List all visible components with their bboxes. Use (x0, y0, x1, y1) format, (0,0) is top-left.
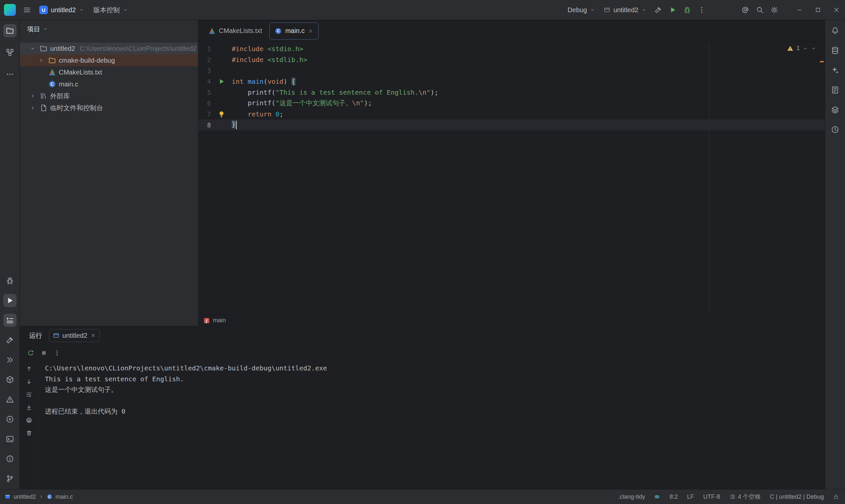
prev-occurrence-button[interactable] (23, 363, 35, 374)
minimize-button[interactable] (791, 0, 808, 20)
c-file-icon: C (47, 494, 52, 500)
tree-item-3[interactable]: Cmain.c (20, 78, 198, 90)
encoding-widget[interactable]: UTF-8 (703, 493, 720, 500)
tool-window-button-version-control[interactable] (3, 472, 17, 485)
cmake-icon (48, 68, 56, 76)
tree-item-1[interactable]: cmake-build-debug (20, 54, 198, 66)
rerun-icon (27, 349, 34, 357)
analysis-status-widget[interactable] (654, 494, 660, 500)
chevron-right-icon[interactable] (29, 104, 37, 112)
statusbar-project[interactable]: untitled2 (14, 493, 36, 500)
scrollbar-warning-mark[interactable] (820, 61, 824, 62)
function-icon: f (203, 317, 210, 324)
tree-item-4[interactable]: 外部库 (20, 90, 198, 102)
rerun-button[interactable] (25, 347, 37, 359)
run-button[interactable] (666, 3, 679, 17)
vcs-widget[interactable]: 版本控制 (90, 3, 132, 17)
tree-item-2[interactable]: CMakeLists.txt (20, 66, 198, 78)
tool-window-button-debug[interactable] (3, 274, 17, 287)
run-more-options-button[interactable] (51, 347, 63, 359)
tool-window-button-build[interactable] (3, 334, 17, 347)
editor-tab-main.c[interactable]: Cmain.c (269, 22, 318, 40)
run-tab-label: untitled2 (63, 332, 87, 339)
tree-item-0[interactable]: untitled2C:\Users\lenovo\CLionProjects\u… (20, 42, 198, 54)
clear-console-button[interactable] (23, 428, 35, 439)
close-tab-icon[interactable] (308, 29, 313, 34)
tool-window-button-run[interactable] (3, 294, 17, 307)
tool-window-button-problems[interactable] (3, 393, 17, 406)
tool-window-button-event-log[interactable] (3, 452, 17, 465)
caret-position-widget[interactable]: 8:2 (669, 493, 677, 500)
code-editor[interactable]: 1#include <stdio.h>2#include <stdlib.h>3… (198, 42, 825, 315)
console-output[interactable]: C:\Users\lenovo\CLionProjects\untitled2\… (38, 361, 825, 489)
project-widget[interactable]: U untitled2 (36, 3, 88, 17)
print-button[interactable] (23, 415, 35, 426)
code-line-5[interactable]: 5 printf("This is a test sentence of Eng… (198, 87, 825, 97)
more-actions-button[interactable] (695, 3, 708, 17)
project-badge: U (39, 6, 48, 14)
maximize-icon (815, 6, 821, 13)
run-tab[interactable]: untitled2 (49, 329, 100, 342)
write-access-widget[interactable] (833, 494, 839, 500)
code-line-4[interactable]: 4int main(void) { (198, 76, 825, 87)
settings-button[interactable] (768, 3, 781, 17)
chevron-placeholder (37, 68, 46, 76)
editor-tab-CMakeLists.txt[interactable]: CMakeLists.txt (203, 22, 267, 40)
tool-window-button-structure[interactable] (3, 46, 17, 59)
maximize-button[interactable] (809, 0, 827, 20)
run-config-selector[interactable]: untitled2 (600, 4, 650, 16)
close-tab-icon[interactable] (90, 333, 96, 338)
gutter[interactable] (211, 110, 232, 118)
soft-wrap-button[interactable] (23, 389, 35, 400)
tool-window-button-ai-assistant[interactable] (828, 64, 842, 77)
breadcrumb-item[interactable]: main (213, 317, 226, 324)
main-menu-button[interactable] (20, 3, 34, 17)
code-line-8[interactable]: 8} (198, 120, 825, 130)
svg-text:C: C (48, 495, 51, 499)
statusbar-file[interactable]: main.c (55, 493, 73, 500)
chevron-down-icon[interactable] (29, 44, 37, 53)
scroll-to-end-button[interactable] (23, 402, 35, 413)
code-lines: 1#include <stdio.h>2#include <stdlib.h>3… (198, 42, 825, 130)
next-occurrence-button[interactable] (23, 376, 35, 387)
code-line-7[interactable]: 7 return 0; (198, 109, 825, 120)
tree-item-5[interactable]: 临时文件和控制台 (20, 102, 198, 114)
close-button[interactable] (828, 0, 845, 20)
build-button[interactable] (652, 3, 665, 17)
debug-button[interactable] (681, 3, 694, 17)
tool-window-button-terminal[interactable] (3, 432, 17, 446)
next-problem-icon[interactable] (811, 46, 816, 51)
gutter[interactable] (211, 78, 232, 85)
bell-icon (831, 26, 839, 35)
tool-window-button-profiler[interactable] (3, 413, 17, 426)
build-type-selector[interactable]: Debug (564, 4, 599, 16)
clion-logo (4, 4, 16, 16)
tool-window-button-database[interactable] (828, 44, 842, 57)
clang-tidy-widget[interactable]: .clang-tidy (618, 493, 645, 500)
stop-button[interactable] (38, 347, 50, 359)
tool-window-button-hidden-windows[interactable] (3, 353, 17, 366)
tool-window-button-notifications[interactable] (828, 24, 842, 37)
tool-window-button-services[interactable] (3, 314, 17, 327)
code-line-6[interactable]: 6 printf("这是一个中文测试句子。\n"); (198, 97, 825, 109)
tool-window-button-dependencies[interactable] (828, 103, 842, 116)
inspections-widget[interactable]: 1 (787, 45, 816, 52)
tool-window-button-history[interactable] (828, 123, 842, 136)
code-line-1[interactable]: 1#include <stdio.h> (198, 43, 825, 54)
prev-problem-icon[interactable] (803, 46, 808, 51)
code-line-2[interactable]: 2#include <stdlib.h> (198, 54, 825, 65)
project-panel-header[interactable]: 项目 (20, 20, 198, 38)
tool-window-button-documentation[interactable] (828, 84, 842, 97)
indent-widget[interactable]: 4 个空格 (729, 493, 761, 501)
line-separator-widget[interactable]: LF (687, 493, 694, 500)
chevrons-right-icon (6, 356, 14, 364)
ai-assistant-button[interactable] (739, 3, 752, 17)
chevron-right-icon[interactable] (29, 92, 37, 100)
resolve-context-widget[interactable]: C | untitled2 | Debug (770, 493, 824, 500)
chevron-right-icon[interactable] (37, 56, 46, 65)
tool-window-button-project[interactable] (3, 24, 17, 37)
code-line-3[interactable]: 3 (198, 65, 825, 76)
search-everywhere-button[interactable] (753, 3, 767, 17)
tool-window-button-packages[interactable] (3, 373, 17, 386)
tool-window-button-more-tool-windows[interactable] (3, 68, 17, 81)
